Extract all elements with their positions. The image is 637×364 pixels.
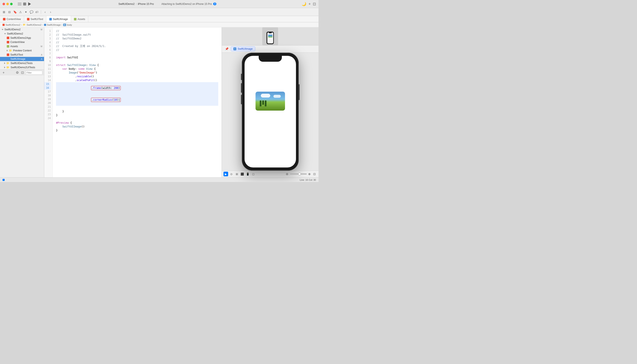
pin-button[interactable]: ✦ (24, 10, 28, 14)
code-line-9 (56, 60, 218, 63)
sidebar-item-label: SwiftUIDemo2 (7, 32, 23, 35)
toolbar-left: ⊞ ⊟ 🔖 ⚠ ✦ 💬 🏷 ‹ › (2, 10, 53, 14)
square-button[interactable]: ◻ (251, 172, 256, 176)
bookmark-button[interactable]: 🔖 (13, 10, 17, 14)
layout-toggle[interactable]: ⊡ (20, 71, 24, 74)
collapse-icon (4, 33, 6, 34)
sidebar-item-label: Preview Content (13, 49, 32, 52)
code-editor[interactable]: // // SwiftUIImage.swift // SwiftUIDemo2… (53, 28, 222, 177)
device-selector[interactable]: SwiftUIDemo2 › iPhone 15 Pro (116, 2, 156, 6)
zoom-out-button[interactable]: ⊖ (285, 172, 290, 176)
status-indicator (2, 179, 5, 181)
titlebar-center: SwiftUIDemo2 › iPhone 15 Pro Attaching t… (33, 2, 300, 6)
breadcrumb-item-group[interactable]: 📁 SwiftUIDemo2 (23, 24, 41, 26)
svg-text:S: S (234, 48, 236, 50)
tab-label: ContentView (6, 18, 21, 21)
device-name: iPhone 15 Pro (138, 2, 154, 6)
tab-swiftui-image[interactable]: SwiftUIImage (46, 16, 71, 22)
zoom-slider-thumb (298, 173, 301, 175)
sep2: › (42, 24, 43, 26)
inspect-button[interactable]: ⊙ (229, 172, 234, 176)
warning-button[interactable]: ⚠ (18, 10, 23, 14)
project-name: SwiftUIDemo2 (118, 2, 134, 6)
add-icon[interactable]: + (308, 2, 311, 6)
sidebar-item-group[interactable]: SwiftUIDemo2 (0, 32, 44, 36)
project-icon (2, 24, 5, 26)
filter-icon[interactable]: ⚙ (16, 71, 19, 74)
stop-button[interactable] (23, 2, 26, 6)
breadcrumb-item-file[interactable]: SwiftUIImage (44, 24, 61, 26)
breadcrumb-file: SwiftUIImage (47, 24, 61, 26)
sidebar-item-tests[interactable]: 📁 SwiftUIDemo2Tests (0, 61, 44, 65)
tab-swiftui-text[interactable]: SwiftUIText (24, 16, 46, 22)
sidebar-toggle-icon[interactable] (18, 2, 22, 6)
code-line-10: struct SwiftUIImage: View { (56, 63, 218, 67)
close-button[interactable] (2, 3, 5, 5)
tab-content-view[interactable]: ContentView (0, 16, 24, 22)
sidebar-item-label: SwiftUIDemo2 (4, 28, 21, 31)
mini-image (268, 34, 272, 38)
main-layout: SwiftUIDemo2 M SwiftUIDemo2 SwiftUIDemo2… (0, 28, 318, 177)
preview-content (222, 53, 318, 170)
split-view-icon[interactable]: ⊡ (313, 2, 316, 6)
grid-button[interactable]: ⊞ (234, 172, 239, 176)
device-button[interactable]: ⬛ (240, 172, 244, 176)
sidebar-item-assets[interactable]: Assets M (0, 44, 44, 48)
minimize-button[interactable] (6, 3, 9, 5)
tab-assets[interactable]: Assets (71, 16, 88, 22)
grid-view-button[interactable]: ⊞ (2, 10, 6, 14)
chat-button[interactable]: 💬 (29, 10, 34, 14)
sidebar-item-label: SwiftUIImage (10, 58, 25, 60)
filter-button[interactable]: ⊟ (7, 10, 12, 14)
cloud2 (274, 95, 281, 98)
code-line-16: .cornerRadius(10)| (56, 94, 218, 106)
swift-file-icon (7, 58, 9, 60)
add-file-button[interactable]: + (2, 71, 6, 74)
code-line-13: .resizable() (56, 74, 218, 78)
maximize-button[interactable] (10, 3, 13, 5)
code-line-23: } (56, 128, 218, 132)
line-numbers: 12345 678910 11121314 15 16 17181920 212… (44, 28, 53, 177)
moon-icon[interactable]: 🌙 (302, 2, 306, 6)
tag-button[interactable]: 🏷 (34, 10, 39, 14)
code-line-24 (56, 132, 218, 136)
breadcrumb-item-symbol[interactable]: b body (63, 24, 72, 26)
back-nav-button[interactable]: ‹ (43, 10, 48, 14)
code-line-19: } (56, 113, 218, 117)
zoom-slider[interactable] (290, 174, 307, 174)
preview-chip[interactable]: S SwiftUIImage (231, 46, 255, 52)
func-icon: b (63, 24, 66, 26)
tab-label: SwiftUIImage (53, 18, 68, 21)
zoom-fit-button[interactable]: ⊡ (312, 172, 317, 176)
sidebar-item-swiftuiimage[interactable]: SwiftUIImage A (0, 57, 44, 61)
sidebar-item-app[interactable]: SwiftUIDemo2App (0, 36, 44, 40)
sidebar: SwiftUIDemo2 M SwiftUIDemo2 SwiftUIDemo2… (0, 28, 44, 177)
mini-phone (266, 32, 274, 44)
sidebar-item-label: SwiftUIText (10, 53, 23, 56)
play-button[interactable] (28, 2, 31, 6)
sidebar-item-project[interactable]: SwiftUIDemo2 M (0, 28, 44, 32)
sidebar-item-uitests[interactable]: 📁 SwiftUIDemo2UITests (0, 65, 44, 70)
folder-icon: 📁 (9, 49, 12, 52)
pin-button[interactable]: 📌 (224, 46, 229, 51)
code-line-3: // SwiftUIDemo2 (56, 37, 218, 40)
sidebar-filter-input[interactable] (26, 71, 42, 74)
assets-icon (74, 18, 76, 20)
breadcrumb-project: SwiftUIDemo2 (6, 24, 20, 26)
play-preview-button[interactable]: ▶ (224, 172, 228, 176)
breadcrumb-item-project[interactable]: SwiftUIDemo2 (2, 24, 20, 26)
sidebar-item-swiftuiText[interactable]: SwiftUIText A (0, 53, 44, 57)
phone-button[interactable]: 📱 (246, 172, 250, 176)
zoom-in-button[interactable]: ⊕ (307, 172, 312, 176)
code-line-4: // (56, 40, 218, 44)
sidebar-item-preview-content[interactable]: 📁 Preview Content (0, 48, 44, 53)
forward-nav-button[interactable]: › (48, 10, 53, 14)
expand-icon (4, 66, 5, 68)
tabbar: ContentView SwiftUIText SwiftUIImage Ass… (0, 16, 318, 22)
preview-mini-area (222, 28, 318, 46)
preview-toolbar: 📌 S SwiftUIImage (222, 46, 318, 53)
sidebar-item-contentview[interactable]: ContentView (0, 40, 44, 44)
side-btn-vol-down (241, 95, 242, 104)
traffic-lights (2, 3, 13, 5)
folder-icon: 📁 (6, 66, 10, 69)
